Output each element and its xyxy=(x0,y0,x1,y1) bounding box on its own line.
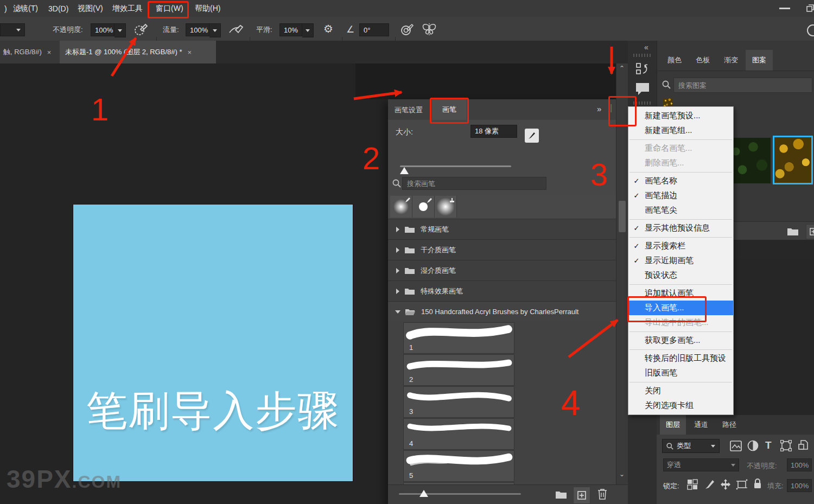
pattern-search-box[interactable] xyxy=(673,78,812,93)
pattern-thumbnail-gold-trees-selected[interactable] xyxy=(773,136,813,184)
new-group-folder-icon[interactable] xyxy=(555,490,567,499)
angle-value-field[interactable]: 0° xyxy=(359,23,389,36)
document-tab-inactive[interactable]: 触, RGB/8#) × xyxy=(0,41,60,63)
filter-pixel-layers-icon[interactable] xyxy=(730,441,742,451)
brush-group-wet-media[interactable]: 湿介质画笔 xyxy=(388,260,616,281)
airbrush-icon[interactable] xyxy=(228,23,244,36)
close-icon[interactable]: × xyxy=(47,48,52,56)
brush-item[interactable]: 4 xyxy=(403,418,514,450)
preview-size-slider-thumb[interactable] xyxy=(419,490,428,497)
menu-item-3d[interactable]: 3D(D) xyxy=(46,0,71,17)
new-brush-button[interactable] xyxy=(573,487,590,504)
menu-item-plugins[interactable]: 增效工具 xyxy=(110,0,145,17)
tab-swatches[interactable]: 色板 xyxy=(689,50,716,71)
filter-type-layers-icon[interactable]: T xyxy=(765,439,772,451)
smoothing-dropdown-button[interactable] xyxy=(302,23,314,37)
panel-collapse-icon[interactable]: » xyxy=(597,104,601,113)
menu-item-legacy-brushes[interactable]: 旧版画笔 xyxy=(628,366,733,380)
tool-preset-dropdown[interactable] xyxy=(0,23,25,36)
symmetry-butterfly-icon[interactable] xyxy=(421,22,437,37)
flow-value-field[interactable]: 100% xyxy=(186,23,209,36)
recent-brush-soft-round[interactable] xyxy=(390,196,412,218)
brush-search-input[interactable] xyxy=(406,179,543,188)
restore-button[interactable] xyxy=(799,0,814,16)
menu-item-help[interactable]: 帮助(H) xyxy=(193,0,222,17)
tab-layers[interactable]: 图层 xyxy=(660,415,686,435)
size-slider-thumb[interactable] xyxy=(400,167,409,174)
blend-mode-dropdown[interactable]: 穿透 xyxy=(663,458,739,471)
new-group-folder-icon[interactable] xyxy=(787,227,799,236)
document-tab-active[interactable]: 未标题-1 @ 100% (图层 2, RGB/8#) * × xyxy=(60,41,216,63)
canvas-artboard[interactable]: 笔刷导入步骤 xyxy=(73,205,353,481)
opacity-dropdown-button[interactable] xyxy=(115,23,126,37)
lock-pixels-brush-icon[interactable] xyxy=(704,479,715,490)
menu-item-preset-state[interactable]: 预设状态 xyxy=(628,268,733,283)
tab-brush-settings[interactable]: 画笔设置 xyxy=(395,105,423,115)
brush-search-box[interactable] xyxy=(402,177,546,190)
pattern-search-input[interactable] xyxy=(677,81,809,90)
menu-item-brush-name[interactable]: ✓画笔名称 xyxy=(628,174,733,188)
brush-group-handcrafted[interactable]: 150 Handcrafted Acryl Brushes by Charles… xyxy=(388,302,616,322)
brush-item[interactable]: 1 xyxy=(403,322,514,354)
scrollbar-thumb[interactable] xyxy=(619,201,626,232)
menu-item-close[interactable]: 关闭 xyxy=(628,384,733,398)
menu-item-view[interactable]: 视图(V) xyxy=(75,0,105,17)
menu-item-brush-tip[interactable]: 画笔笔尖 xyxy=(628,203,733,218)
recent-brush-hard-round[interactable] xyxy=(412,196,435,218)
layer-filter-dropdown[interactable]: 类型 xyxy=(662,439,720,453)
minimize-button[interactable] xyxy=(773,0,796,16)
new-pattern-button[interactable] xyxy=(806,224,814,239)
menu-item-get-more-brushes[interactable]: 获取更多画笔... xyxy=(628,333,733,348)
create-brush-button[interactable] xyxy=(525,129,539,143)
size-slider-track[interactable] xyxy=(400,165,511,167)
filter-smart-objects-icon[interactable] xyxy=(798,440,809,451)
brush-group-general[interactable]: 常规画笔 xyxy=(388,219,616,240)
flow-dropdown-button[interactable] xyxy=(209,23,221,37)
brush-group-dry-media[interactable]: 干介质画笔 xyxy=(388,240,616,260)
layer-opacity-field[interactable]: 100% xyxy=(787,458,812,471)
pattern-thumbnail-green-trees[interactable] xyxy=(727,138,771,183)
tab-patterns[interactable]: 图案 xyxy=(746,50,773,71)
brush-panel-scrollbar[interactable]: ⌃ ⌄ xyxy=(616,63,628,484)
brush-item[interactable]: 3 xyxy=(403,386,514,418)
preview-size-slider-track[interactable] xyxy=(399,493,521,495)
layer-fill-field[interactable]: 100% xyxy=(787,479,812,492)
gear-icon[interactable]: ⚙ xyxy=(323,22,333,35)
menu-item-new-brush-group[interactable]: 新建画笔组... xyxy=(628,123,733,138)
collapse-panels-icon[interactable]: « xyxy=(644,43,648,52)
brush-group-special-effects[interactable]: 特殊效果画笔 xyxy=(388,281,616,302)
brush-pressure-icon[interactable] xyxy=(399,23,415,36)
menu-item-close-tab-group[interactable]: 关闭选项卡组 xyxy=(628,398,733,413)
comment-icon[interactable] xyxy=(635,82,650,96)
menu-item-show-search-bar[interactable]: ✓显示搜索栏 xyxy=(628,239,733,253)
menu-item-brush-stroke[interactable]: ✓画笔描边 xyxy=(628,188,733,203)
lock-transparency-icon[interactable] xyxy=(687,479,698,490)
menu-item-show-recent-brushes[interactable]: ✓显示近期画笔 xyxy=(628,253,733,268)
menu-item-new-brush-preset[interactable]: 新建画笔预设... xyxy=(628,109,733,123)
filter-shape-layers-icon[interactable] xyxy=(780,440,792,451)
size-value-field[interactable]: 18 像素 xyxy=(470,125,517,138)
tab-color[interactable]: 颜色 xyxy=(661,50,688,71)
lock-all-padlock-icon[interactable] xyxy=(753,478,762,489)
scroll-up-icon[interactable]: ⌃ xyxy=(619,65,625,72)
brush-item[interactable]: 5 xyxy=(403,450,514,482)
menu-item-show-additional-preset-info[interactable]: ✓显示其他预设信息 xyxy=(628,221,733,235)
tab-gradients[interactable]: 渐变 xyxy=(717,50,745,71)
delete-trash-icon[interactable] xyxy=(597,488,607,500)
tab-paths[interactable]: 路径 xyxy=(716,415,742,435)
menu-item-converted-legacy-tool-presets[interactable]: 转换后的旧版工具预设 xyxy=(628,351,733,366)
close-icon[interactable]: × xyxy=(187,48,192,56)
menu-item-filter[interactable]: 滤镜(T) xyxy=(11,0,40,17)
filter-adjustment-layers-icon[interactable] xyxy=(747,440,759,451)
tab-channels[interactable]: 通道 xyxy=(688,415,714,435)
brush-item[interactable]: 2 xyxy=(403,354,514,386)
scroll-down-icon[interactable]: ⌄ xyxy=(619,470,625,478)
search-icon[interactable] xyxy=(807,24,814,36)
lock-artboard-icon[interactable] xyxy=(736,479,748,490)
lock-position-icon[interactable] xyxy=(720,479,732,490)
opacity-value-field[interactable]: 100% xyxy=(91,23,115,36)
opacity-pressure-icon[interactable] xyxy=(133,23,149,36)
recent-brush-soft-large[interactable] xyxy=(435,196,457,218)
smoothing-value-field[interactable]: 10% xyxy=(279,23,302,36)
version-history-icon[interactable] xyxy=(635,61,650,76)
